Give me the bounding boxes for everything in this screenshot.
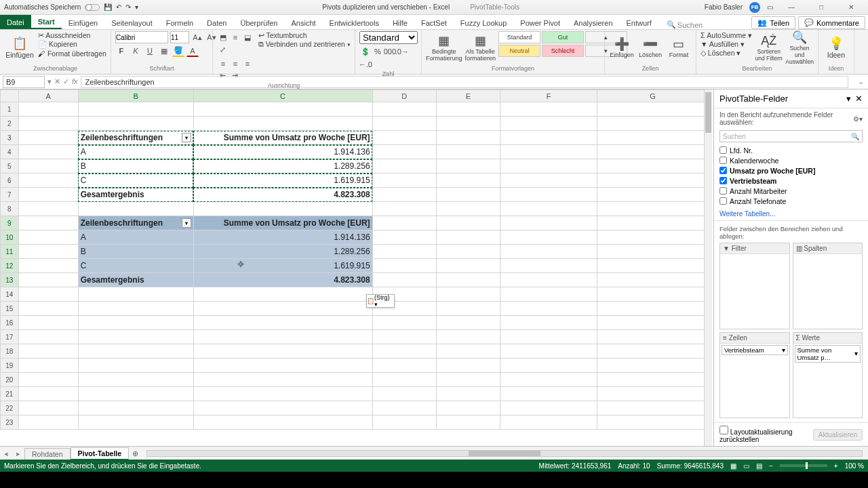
user-avatar[interactable]: FB xyxy=(749,2,760,13)
pivot1-header-rowlabels[interactable]: Zeilenbeschriftungen▾ xyxy=(78,131,193,145)
tab-fuzzy[interactable]: Fuzzy Lookup xyxy=(454,17,513,29)
clear-button[interactable]: ◇ Löschen ▾ xyxy=(701,49,752,57)
font-name-input[interactable] xyxy=(115,31,168,43)
field-item[interactable]: Anzahl Mitarbeiter xyxy=(719,186,863,196)
wrap-text-button[interactable]: ↩ Textumbruch xyxy=(258,31,351,39)
grow-font-icon[interactable]: A▴ xyxy=(191,31,203,43)
italic-icon[interactable]: K xyxy=(130,45,142,57)
formula-expand-icon[interactable]: ⌄ xyxy=(854,77,868,86)
font-size-input[interactable] xyxy=(170,31,189,43)
row-header[interactable]: 20 xyxy=(1,373,19,387)
worksheet-grid[interactable]: A B C D E F G 1 2 3 Zeilenbeschriftungen… xyxy=(0,89,713,446)
style-neutral[interactable]: Neutral xyxy=(498,45,540,57)
area-filters[interactable]: ▼ Filter xyxy=(719,243,790,329)
row-header[interactable]: 5 xyxy=(1,159,19,174)
file-tab[interactable]: Datei xyxy=(0,15,31,29)
redo-icon[interactable]: ↷ xyxy=(125,3,131,11)
pivot1-header-values[interactable]: Summe von Umsatz pro Woche [EUR] xyxy=(193,131,372,145)
col-header-D[interactable]: D xyxy=(372,90,436,102)
format-cells-button[interactable]: ▭Format xyxy=(666,31,692,64)
tab-daten[interactable]: Daten xyxy=(200,17,233,29)
tab-seitenlayout[interactable]: Seitenlayout xyxy=(104,17,159,29)
row-field-item[interactable]: Vertriebsteam▾ xyxy=(722,345,788,355)
field-search-input[interactable]: Suchen 🔍 xyxy=(719,130,863,142)
row-header[interactable]: 22 xyxy=(1,401,19,415)
row-header[interactable]: 23 xyxy=(1,415,19,430)
tab-start[interactable]: Start xyxy=(31,16,62,29)
select-all-corner[interactable] xyxy=(1,90,19,102)
pivot2-total-label[interactable]: Gesamtergebnis xyxy=(78,273,193,287)
delete-cells-button[interactable]: ➖Löschen xyxy=(637,31,663,64)
fill-color-icon[interactable]: 🪣 xyxy=(172,45,184,57)
pivot2-row[interactable]: A xyxy=(78,230,193,245)
zoom-out-icon[interactable]: − xyxy=(769,462,773,470)
pivot1-value[interactable]: 1.914.136 xyxy=(193,145,372,159)
view-pagebreak-icon[interactable]: ▤ xyxy=(756,462,762,470)
pivot-filter-icon[interactable]: ▾ xyxy=(182,133,191,142)
row-header[interactable]: 15 xyxy=(1,302,19,316)
col-header-C[interactable]: C xyxy=(193,90,372,102)
tab-ueberpruefen[interactable]: Überprüfen xyxy=(233,17,284,29)
zoom-level[interactable]: 100 % xyxy=(845,462,864,470)
tab-entwicklertools[interactable]: Entwicklertools xyxy=(323,17,386,29)
align-right-icon[interactable]: ≡ xyxy=(241,58,254,70)
pivot1-row[interactable]: C xyxy=(78,174,193,188)
area-values[interactable]: Σ WerteSumme von Umsatz p…▾ xyxy=(793,332,863,419)
comments-button[interactable]: 💬Kommentare xyxy=(798,16,865,29)
paste-options-badge[interactable]: 📋 (Strg) ▾ xyxy=(366,294,395,308)
tab-analysieren[interactable]: Analysieren xyxy=(567,17,619,29)
row-header[interactable]: 1 xyxy=(1,102,19,117)
tab-nav-prev[interactable]: ◂ xyxy=(0,449,12,458)
paste-button[interactable]: 📋Einfügen xyxy=(4,31,35,64)
dec-decimal-icon[interactable]: ←.0 xyxy=(359,58,372,70)
pane-options-icon[interactable]: ▾ xyxy=(846,94,851,104)
underline-icon[interactable]: U xyxy=(144,45,156,57)
thousands-icon[interactable]: 000 xyxy=(384,45,396,58)
search-label[interactable]: Suchen xyxy=(677,21,703,29)
row-header[interactable]: 9 xyxy=(1,216,19,230)
save-icon[interactable]: 💾 xyxy=(104,3,112,11)
col-header-E[interactable]: E xyxy=(436,90,500,102)
sheet-tab-pivot[interactable]: Pivot-Tabelle xyxy=(71,447,130,460)
zoom-slider[interactable] xyxy=(780,464,827,467)
col-header-A[interactable]: A xyxy=(18,90,78,102)
col-header-B[interactable]: B xyxy=(78,90,193,102)
pivot1-value[interactable]: 1.289.256 xyxy=(193,159,372,174)
inc-decimal-icon[interactable]: .0→ xyxy=(396,45,408,58)
enter-formula-icon[interactable]: ✓ xyxy=(63,77,69,86)
border-icon[interactable]: ▦ xyxy=(158,45,170,57)
share-button[interactable]: 👥Teilen xyxy=(751,16,795,29)
row-header[interactable]: 7 xyxy=(1,188,19,202)
row-header[interactable]: 19 xyxy=(1,359,19,373)
align-middle-icon[interactable]: ≡ xyxy=(229,31,241,43)
row-header[interactable]: 6 xyxy=(1,174,19,188)
cut-button[interactable]: ✂ Ausschneiden xyxy=(38,31,106,39)
row-header[interactable]: 8 xyxy=(1,202,19,216)
row-header[interactable]: 16 xyxy=(1,316,19,330)
pivot1-row[interactable]: A xyxy=(78,145,193,159)
sheet-tab-rohdaten[interactable]: Rohdaten xyxy=(24,448,71,460)
view-normal-icon[interactable]: ▦ xyxy=(730,462,736,470)
conditional-formatting-button[interactable]: ▦Bedingte Formatierung xyxy=(426,31,462,64)
pivot1-row[interactable]: B xyxy=(78,159,193,174)
row-header[interactable]: 11 xyxy=(1,245,19,259)
col-header-F[interactable]: F xyxy=(500,90,597,102)
style-standard[interactable]: Standard xyxy=(498,31,540,43)
pivot2-value[interactable]: 1.619.915 xyxy=(193,259,372,273)
field-item[interactable]: Vertriebsteam xyxy=(719,176,863,186)
field-item[interactable]: Umsatz pro Woche [EUR] xyxy=(719,165,863,176)
font-color-icon[interactable]: A xyxy=(186,45,199,57)
row-header[interactable]: 2 xyxy=(1,117,19,131)
row-header[interactable]: 18 xyxy=(1,344,19,359)
pivot2-header-values[interactable]: Summe von Umsatz pro Woche [EUR] xyxy=(193,216,372,230)
row-header[interactable]: 12 xyxy=(1,259,19,273)
pivot-filter-icon[interactable]: ▾ xyxy=(182,218,191,228)
tab-entwurf[interactable]: Entwurf xyxy=(620,17,658,29)
area-columns[interactable]: ▥ Spalten xyxy=(793,243,863,329)
currency-icon[interactable]: 💲 xyxy=(359,46,372,58)
pivot2-row[interactable]: B xyxy=(78,245,193,259)
more-tables-link[interactable]: Weitere Tabellen... xyxy=(714,207,868,220)
pane-close-icon[interactable]: ✕ xyxy=(855,94,863,104)
format-as-table-button[interactable]: ▦Als Tabelle formatieren xyxy=(465,31,496,64)
pivot2-value[interactable]: 1.914.136 xyxy=(193,230,372,245)
